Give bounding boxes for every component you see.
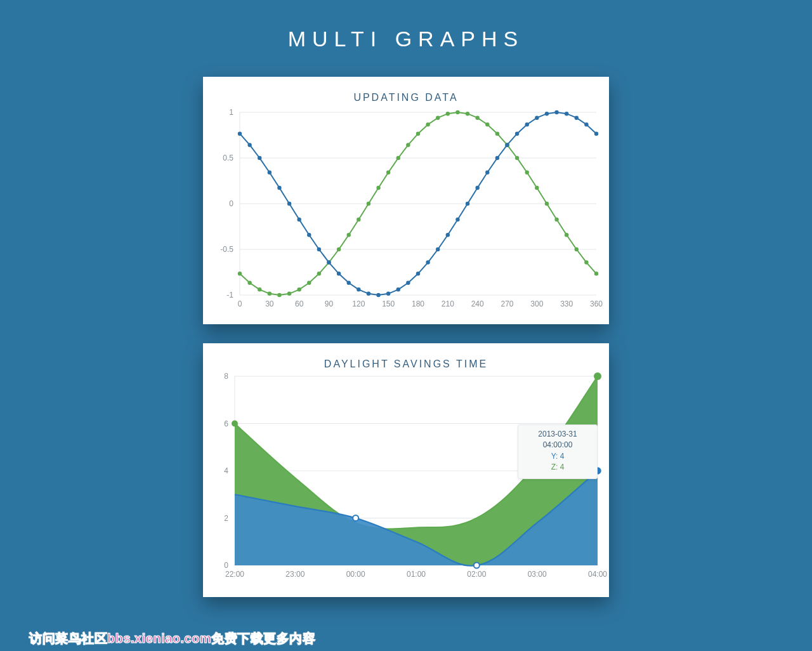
- svg-point-58: [575, 247, 579, 251]
- svg-text:60: 60: [295, 299, 304, 308]
- svg-text:03:00: 03:00: [528, 570, 547, 579]
- svg-text:22:00: 22:00: [225, 570, 244, 579]
- svg-point-91: [535, 115, 539, 119]
- svg-point-63: [258, 156, 261, 160]
- svg-text:330: 330: [560, 299, 573, 308]
- svg-text:240: 240: [471, 299, 484, 308]
- svg-text:-0.5: -0.5: [220, 245, 233, 254]
- svg-point-52: [515, 156, 519, 160]
- svg-point-72: [347, 281, 351, 285]
- svg-point-32: [317, 272, 321, 275]
- svg-point-62: [247, 143, 251, 147]
- svg-point-35: [347, 233, 351, 237]
- svg-point-88: [505, 143, 509, 147]
- svg-point-30: [297, 287, 301, 291]
- svg-text:23:00: 23:00: [285, 570, 304, 579]
- svg-point-85: [475, 186, 479, 190]
- svg-point-84: [466, 202, 469, 206]
- svg-point-74: [367, 292, 370, 296]
- svg-text:0: 0: [224, 561, 228, 570]
- svg-text:30: 30: [265, 299, 274, 308]
- svg-text:210: 210: [442, 299, 454, 308]
- svg-point-39: [386, 171, 390, 174]
- svg-point-54: [535, 186, 539, 190]
- chart-tooltip: 2013-03-31 04:00:00 Y: 4 Z: 4: [518, 424, 598, 479]
- svg-text:-1: -1: [226, 291, 233, 299]
- svg-text:0.5: 0.5: [223, 154, 233, 162]
- svg-text:02:00: 02:00: [467, 570, 486, 579]
- svg-point-36: [357, 218, 360, 221]
- svg-point-86: [485, 171, 489, 174]
- svg-point-92: [545, 112, 549, 115]
- svg-point-38: [376, 186, 380, 190]
- svg-point-28: [277, 293, 281, 297]
- svg-point-66: [287, 202, 291, 206]
- svg-point-37: [367, 202, 370, 206]
- svg-point-48: [475, 115, 479, 119]
- svg-point-60: [594, 272, 598, 275]
- svg-point-26: [258, 287, 261, 291]
- chart-canvas-dst[interactable]: 0246822:0023:0000:0001:0002:0003:0004:00: [203, 372, 609, 586]
- chart-card-dst: DAYLIGHT SAVINGS TIME 0246822:0023:0000:…: [203, 343, 609, 597]
- svg-point-50: [495, 131, 499, 135]
- svg-point-83: [455, 218, 459, 221]
- svg-point-45: [446, 112, 450, 115]
- svg-text:6: 6: [224, 419, 228, 428]
- svg-point-117: [474, 563, 480, 569]
- svg-point-69: [317, 247, 321, 251]
- svg-point-27: [268, 292, 272, 296]
- svg-point-81: [436, 247, 440, 251]
- watermark-text: 访问菜鸟社区bbs.xieniao.com免费下载更多内容: [29, 630, 315, 647]
- svg-text:04:00: 04:00: [588, 570, 607, 579]
- svg-point-120: [232, 421, 238, 427]
- svg-point-64: [268, 171, 272, 174]
- svg-point-61: [238, 131, 242, 135]
- svg-point-53: [525, 171, 529, 174]
- svg-point-77: [396, 287, 400, 291]
- svg-point-59: [584, 260, 588, 264]
- svg-point-68: [307, 233, 311, 237]
- tooltip-z: Z: 4: [521, 462, 594, 473]
- svg-point-82: [446, 233, 450, 237]
- svg-point-43: [426, 122, 429, 126]
- svg-text:90: 90: [325, 299, 334, 308]
- svg-point-79: [416, 272, 420, 275]
- page-title: MULTI GRAPHS: [0, 0, 812, 58]
- svg-point-56: [554, 218, 558, 221]
- svg-point-42: [416, 131, 420, 135]
- svg-point-118: [594, 372, 601, 380]
- svg-point-94: [565, 112, 568, 115]
- chart-canvas-updating[interactable]: -1-0.500.5103060901201501802102402703003…: [203, 106, 609, 315]
- svg-text:0: 0: [229, 199, 233, 208]
- svg-point-95: [575, 115, 579, 119]
- chart-title-updating: UPDATING DATA: [203, 77, 609, 106]
- tooltip-y: Y: 4: [521, 451, 594, 462]
- svg-point-96: [584, 122, 588, 126]
- svg-point-93: [554, 110, 558, 114]
- svg-text:00:00: 00:00: [346, 570, 365, 579]
- svg-point-24: [238, 272, 242, 275]
- svg-point-67: [297, 218, 301, 221]
- svg-text:1: 1: [229, 108, 233, 117]
- svg-point-46: [455, 110, 459, 114]
- svg-text:4: 4: [224, 466, 228, 475]
- svg-point-116: [353, 515, 358, 521]
- svg-text:120: 120: [352, 299, 365, 308]
- svg-point-80: [426, 260, 429, 264]
- svg-point-34: [337, 247, 341, 251]
- svg-text:0: 0: [238, 299, 242, 308]
- svg-point-90: [525, 122, 529, 126]
- svg-point-55: [545, 202, 549, 206]
- svg-text:150: 150: [382, 299, 395, 308]
- svg-point-25: [247, 281, 251, 285]
- chart-card-updating: UPDATING DATA -1-0.500.51030609012015018…: [203, 77, 609, 324]
- svg-text:270: 270: [501, 299, 513, 308]
- svg-point-47: [466, 112, 469, 115]
- svg-point-71: [337, 272, 341, 275]
- svg-point-29: [287, 292, 291, 296]
- svg-point-40: [396, 156, 400, 160]
- svg-point-89: [515, 131, 519, 135]
- svg-text:8: 8: [224, 372, 228, 381]
- svg-point-65: [277, 186, 281, 190]
- tooltip-time: 04:00:00: [521, 440, 594, 450]
